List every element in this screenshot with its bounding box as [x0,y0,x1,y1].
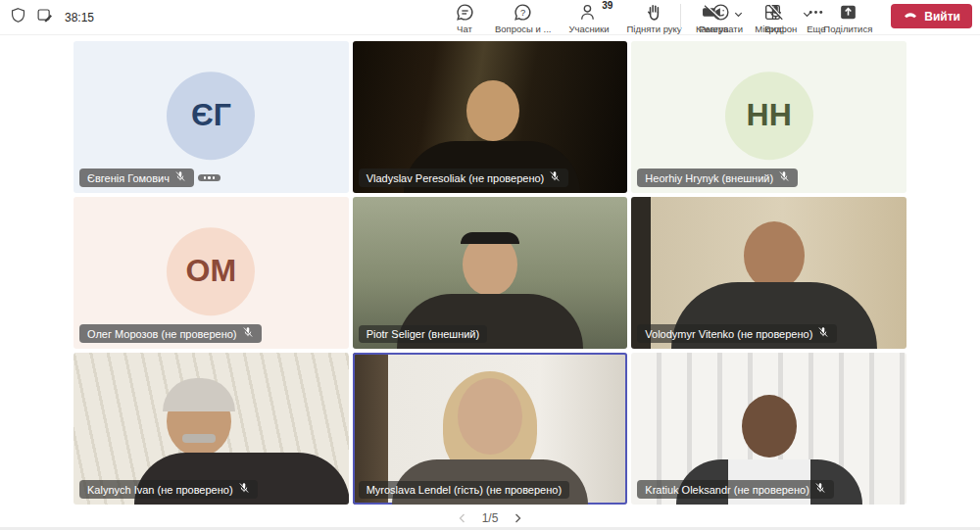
participants-button[interactable]: 39 Учасники [560,0,617,34]
participant-name: Volodymyr Vitenko (не проверено) [645,327,812,341]
toolbar-left-group: 38:15 [0,7,94,27]
mic-muted-icon [242,326,254,341]
previous-page-chevron-icon[interactable] [457,512,468,524]
camera-options-chevron-icon[interactable] [733,2,744,25]
share-button[interactable]: Поділитися [814,0,881,34]
name-bar: Myroslava Lendel (гість) (не проверено) [359,481,569,499]
chat-button[interactable]: Чат [443,0,486,34]
headphones [461,232,519,244]
participant-name-pill: Євгенія Гомович [79,169,194,187]
toolbar-right-group: Камера Мікрофон [678,0,972,35]
svg-text:?: ? [520,7,525,18]
meeting-toolbar: 38:15 Чат ? Вопросы и ... [0,0,980,35]
raise-hand-icon [644,2,664,23]
mic-muted-icon [814,482,826,497]
participant-tile[interactable]: Piotr Seliger (внешний) [353,197,628,349]
camera-label: Камера [696,24,728,34]
name-bar: Kalynych Ivan (не проверено) [79,480,258,499]
participant-grid: ЄГ Євгенія Гомович Vladysl [74,41,906,505]
participant-name: Євгенія Гомович [87,171,170,185]
participant-name: Vladyslav Peresoliak (не проверено) [367,171,545,185]
share-icon [838,2,858,23]
mic-button[interactable]: Мікрофон [746,0,806,34]
participant-name-pill: Kalynych Ivan (не проверено) [79,480,258,499]
mic-muted-icon [238,482,250,497]
camera-off-icon [702,2,722,23]
participants-label: Учасники [568,24,609,34]
participant-name: Kalynych Ivan (не проверено) [87,483,233,497]
participant-name: Kratiuk Oleksandr (не проверено) [645,483,809,497]
mic-muted-icon [549,170,561,185]
share-label: Поділитися [823,24,872,34]
meeting-timer: 38:15 [65,11,94,24]
mic-label: Мікрофон [755,24,797,34]
raise-hand-label: Підняти руку [626,24,681,34]
participant-tile[interactable]: Kratiuk Oleksandr (не проверено) [631,353,906,505]
meeting-notes-icon[interactable] [36,7,53,27]
name-bar: Kratiuk Oleksandr (не проверено) [637,480,834,499]
person-silhouette [742,395,797,458]
qa-icon: ? [513,2,533,23]
participant-name-pill: Myroslava Lendel (гість) (не проверено) [359,481,569,499]
avatar: НН [725,72,813,160]
camera-button[interactable]: Камера [687,0,737,34]
participant-tile[interactable]: ЄГ Євгенія Гомович [74,41,349,193]
avatar: ЄГ [167,72,255,160]
tile-more-options-icon[interactable] [198,174,221,181]
qa-label: Вопросы и ... [495,24,551,34]
mic-off-icon [765,2,786,23]
participant-count-badge: 39 [602,0,612,11]
participant-name: Heorhiy Hrynyk (внешний) [645,171,773,185]
participant-name: Myroslava Lendel (гість) (не проверено) [367,483,562,497]
name-bar: Volodymyr Vitenko (не проверено) [637,324,837,343]
chat-label: Чат [457,24,472,34]
participant-name-pill: Kratiuk Oleksandr (не проверено) [637,480,834,499]
mic-muted-icon [817,326,829,341]
participant-name: Piotr Seliger (внешний) [367,327,480,341]
leave-button[interactable]: Вийти [891,4,972,28]
page-indicator: 1/5 [482,511,499,525]
participant-name: Олег Морозов (не проверено) [87,327,237,341]
chat-icon [455,2,475,23]
mic-muted-icon [778,170,790,185]
participant-name-pill: Олег Морозов (не проверено) [79,324,262,343]
participant-name-pill: Piotr Seliger (внешний) [359,325,488,343]
grid-pagination: 1/5 [0,511,980,525]
hangup-icon [903,7,918,25]
participant-tile[interactable]: Vladyslav Peresoliak (не проверено) [353,41,628,193]
participant-tile[interactable]: Volodymyr Vitenko (не проверено) [631,197,906,349]
name-bar: Vladyslav Peresoliak (не проверено) [359,169,569,187]
person-silhouette [744,221,805,290]
name-bar: Heorhiy Hrynyk (внешний) [637,169,798,187]
mic-muted-icon [174,170,186,185]
people-icon: 39 [578,2,599,23]
toolbar-divider [680,4,681,29]
participant-tile[interactable]: ОМ Олег Морозов (не проверено) [74,197,349,349]
name-bar: Олег Морозов (не проверено) [79,324,262,343]
name-bar: Євгенія Гомович [79,169,220,187]
person-silhouette [458,378,522,455]
name-bar: Piotr Seliger (внешний) [359,325,488,343]
participant-name-pill: Volodymyr Vitenko (не проверено) [637,324,837,343]
person-silhouette [466,80,519,141]
participant-tile-active-speaker[interactable]: Myroslava Lendel (гість) (не проверено) [353,353,628,505]
participant-tile[interactable]: НН Heorhiy Hrynyk (внешний) [631,41,906,193]
qa-button[interactable]: ? Вопросы и ... [486,0,560,34]
next-page-chevron-icon[interactable] [512,512,523,524]
shield-icon [10,7,26,27]
participant-tile[interactable]: Kalynych Ivan (не проверено) [74,353,349,505]
leave-label: Вийти [924,10,960,24]
person-silhouette [167,386,231,457]
mic-options-chevron-icon[interactable] [802,2,812,25]
participant-name-pill: Vladyslav Peresoliak (не проверено) [359,169,569,187]
participant-name-pill: Heorhiy Hrynyk (внешний) [637,169,798,187]
avatar: ОМ [167,227,255,315]
